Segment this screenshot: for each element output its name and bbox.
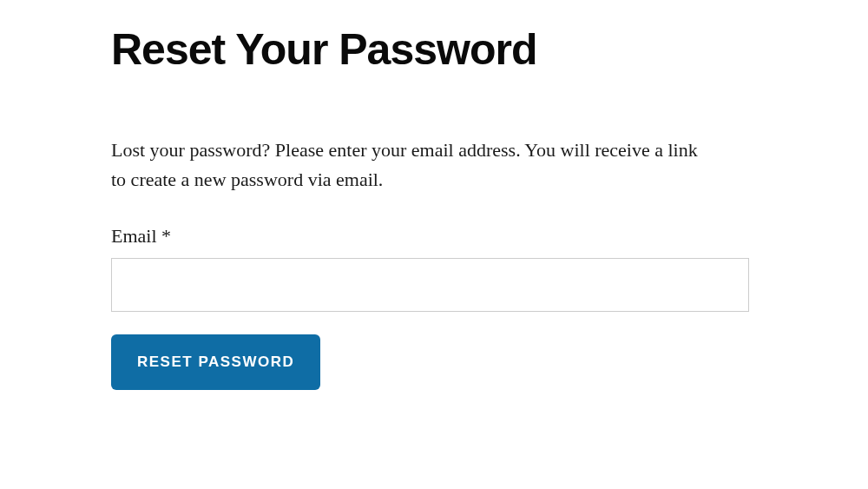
email-field[interactable] — [111, 258, 749, 312]
instructions-text: Lost your password? Please enter your em… — [111, 135, 701, 195]
page-title: Reset Your Password — [111, 24, 757, 75]
email-label: Email * — [111, 225, 757, 248]
reset-password-button[interactable]: RESET PASSWORD — [111, 334, 320, 390]
